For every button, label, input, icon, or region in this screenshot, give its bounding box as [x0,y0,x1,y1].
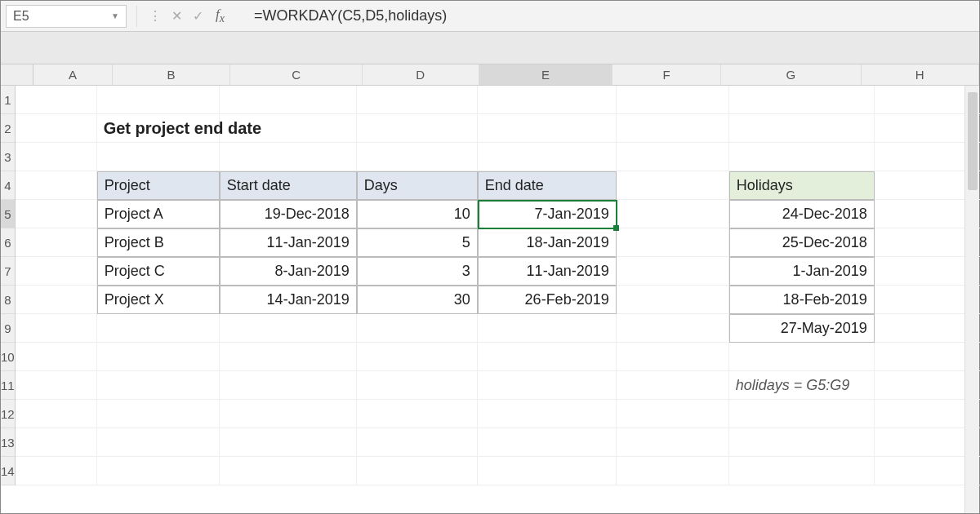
table-cell[interactable]: 18-Jan-2019 [478,228,617,257]
fx-icon[interactable]: fx [216,7,225,25]
table-header-start[interactable]: Start date [220,171,357,200]
named-range-note: holidays = G5:G9 [729,371,875,400]
table-header-end[interactable]: End date [478,171,617,200]
holiday-cell[interactable]: 1-Jan-2019 [729,257,875,286]
row-header[interactable]: 3 [1,143,15,171]
row-header[interactable]: 12 [1,400,15,428]
col-header-A[interactable]: A [33,64,112,85]
column-headers: A B C D E F G H [1,64,979,86]
col-header-E[interactable]: E [479,64,613,85]
col-header-D[interactable]: D [363,64,479,85]
table-cell[interactable]: 10 [357,200,478,228]
name-box[interactable]: E5 ▼ [6,5,127,28]
enter-icon[interactable]: ✓ [189,8,206,24]
table-cell[interactable]: 11-Jan-2019 [220,228,357,257]
table-cell[interactable]: Project B [97,228,220,257]
table-header-project[interactable]: Project [97,171,220,200]
table-cell[interactable]: 14-Jan-2019 [220,286,357,314]
row-header[interactable]: 6 [1,228,15,257]
table-header-holidays[interactable]: Holidays [729,171,875,200]
more-icon[interactable]: ⋮ [147,8,163,24]
page-title: Get project end date [97,114,220,143]
table-cell[interactable]: 11-Jan-2019 [478,257,617,286]
row-header[interactable]: 1 [1,86,15,114]
scrollbar-thumb[interactable] [968,92,978,190]
col-header-H[interactable]: H [862,64,979,85]
table-cell[interactable]: 30 [357,286,478,314]
row-header[interactable]: 13 [1,428,15,457]
row-header[interactable]: 2 [1,114,15,143]
table-header-days[interactable]: Days [357,171,478,200]
chevron-down-icon[interactable]: ▼ [111,11,119,20]
holiday-cell[interactable]: 27-May-2019 [729,314,875,343]
holiday-cell[interactable]: 18-Feb-2019 [729,286,875,314]
table-cell[interactable]: Project C [97,257,220,286]
cell-area[interactable]: Get project end date Project Start date … [16,86,980,485]
cancel-icon[interactable]: ✕ [168,8,185,24]
row-headers: 1 2 3 4 5 6 7 8 9 10 11 12 13 14 [1,86,16,485]
name-box-value: E5 [13,9,29,24]
table-cell[interactable]: 26-Feb-2019 [478,286,617,314]
row-header[interactable]: 9 [1,314,15,343]
col-header-C[interactable]: C [230,64,363,85]
active-cell-E5[interactable]: 7-Jan-2019 [478,200,617,228]
table-cell[interactable]: 5 [357,228,478,257]
col-header-B[interactable]: B [113,64,230,85]
separator [136,6,137,27]
row-header[interactable]: 5 [1,200,15,228]
holiday-cell[interactable]: 25-Dec-2018 [729,228,875,257]
table-cell[interactable]: 8-Jan-2019 [220,257,357,286]
table-cell[interactable]: Project A [97,200,220,228]
table-cell[interactable]: 19-Dec-2018 [220,200,357,228]
formula-input[interactable]: =WORKDAY(C5,D5,holidays) [254,7,447,24]
ribbon-gap [1,32,979,64]
select-all-corner[interactable] [1,64,33,85]
row-header[interactable]: 11 [1,371,15,400]
table-cell[interactable]: 3 [357,257,478,286]
holiday-cell[interactable]: 24-Dec-2018 [729,200,875,228]
col-header-G[interactable]: G [721,64,861,85]
row-header[interactable]: 8 [1,286,15,314]
row-header[interactable]: 14 [1,457,15,485]
vertical-scrollbar[interactable] [964,86,979,513]
row-header[interactable]: 10 [1,343,15,371]
col-header-F[interactable]: F [612,64,721,85]
row-header[interactable]: 4 [1,171,15,200]
table-cell[interactable]: Project X [97,286,220,314]
row-header[interactable]: 7 [1,257,15,286]
excel-window: E5 ▼ ⋮ ✕ ✓ fx =WORKDAY(C5,D5,holidays) A… [0,0,980,514]
worksheet: A B C D E F G H 1 2 3 4 5 6 7 8 9 10 11 … [1,64,979,485]
formula-bar: E5 ▼ ⋮ ✕ ✓ fx =WORKDAY(C5,D5,holidays) [1,1,979,32]
